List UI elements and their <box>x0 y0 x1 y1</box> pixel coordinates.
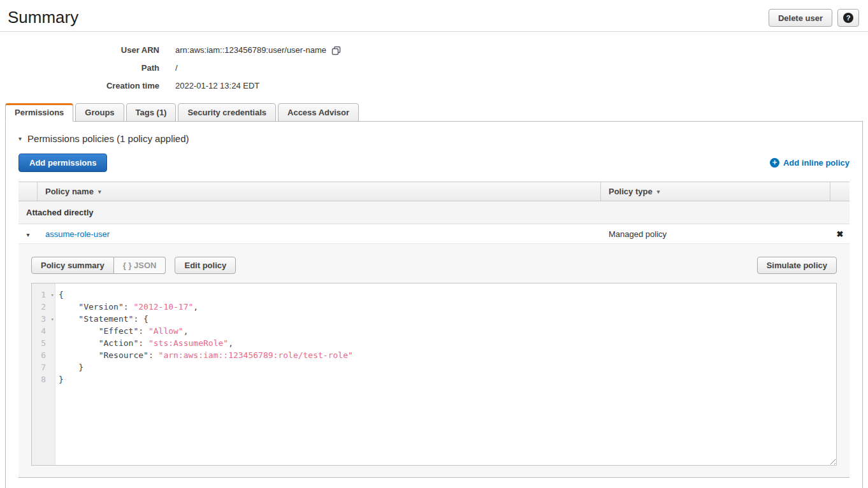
permissions-policies-section-header[interactable]: ▾ Permissions policies (1 policy applied… <box>18 133 850 144</box>
add-permissions-button[interactable]: Add permissions <box>18 154 107 172</box>
section-title: Permissions policies (1 policy applied) <box>27 133 189 144</box>
tab-permissions[interactable]: Permissions <box>5 103 73 122</box>
json-view-button[interactable]: { } JSON <box>114 257 166 274</box>
user-details: User ARN arn:aws:iam::123456789:user/use… <box>0 32 868 94</box>
policy-type-column-header[interactable]: Policy type ▾ <box>601 182 830 201</box>
code-line: "Version": "2012-10-17", <box>59 301 836 313</box>
policy-detail-toolbar: Policy summary { } JSON Edit policy Simu… <box>31 257 837 274</box>
policy-name-column-header[interactable]: Policy name ▾ <box>38 182 601 201</box>
code-line: "Effect": "Allow", <box>59 325 836 337</box>
path-value: / <box>175 63 178 73</box>
line-number: 1▾ <box>32 289 55 301</box>
policy-summary-button[interactable]: Policy summary <box>31 257 114 274</box>
code-line: { <box>59 289 836 301</box>
page-title: Summary <box>8 8 78 27</box>
plus-icon: + <box>770 158 779 168</box>
line-number: 8 <box>32 373 55 385</box>
add-inline-policy-link[interactable]: + Add inline policy <box>770 158 850 168</box>
user-arn-value-wrap: arn:aws:iam::123456789:user/user-name <box>175 45 341 55</box>
tab-tags[interactable]: Tags (1) <box>126 103 177 122</box>
tab-bar: Permissions Groups Tags (1) Security cre… <box>5 103 868 122</box>
detail-row-path: Path / <box>0 59 868 76</box>
policy-name-header-label: Policy name <box>45 187 94 196</box>
policy-type-header-label: Policy type <box>609 187 653 196</box>
policy-view-button-group: Policy summary { } JSON <box>31 257 166 274</box>
code-line: } <box>59 361 836 373</box>
remove-policy-button[interactable]: ✖ <box>830 229 850 239</box>
fold-caret-icon[interactable]: ▾ <box>51 313 54 326</box>
sort-caret-icon: ▾ <box>657 189 660 195</box>
user-arn-value: arn:aws:iam::123456789:user/user-name <box>175 45 326 55</box>
tab-access-advisor[interactable]: Access Advisor <box>278 103 359 122</box>
tab-groups[interactable]: Groups <box>75 103 124 122</box>
detail-row-user-arn: User ARN arn:aws:iam::123456789:user/use… <box>0 41 868 59</box>
fold-caret-icon[interactable]: ▾ <box>51 289 54 301</box>
line-number: 3▾ <box>32 313 55 325</box>
policy-type-cell: Managed policy <box>601 229 830 239</box>
code-line: "Resource": "arn:aws:iam::123456789:role… <box>59 349 836 361</box>
header-actions: Delete user ? <box>769 9 859 27</box>
user-arn-label: User ARN <box>0 45 159 55</box>
expander-column-header <box>18 182 38 201</box>
code-line: "Action": "sts:AssumeRole", <box>59 337 836 349</box>
code-line: } <box>59 373 836 385</box>
remove-column-header <box>830 182 850 201</box>
policy-name-link[interactable]: assume-role-user <box>45 229 110 239</box>
copy-icon[interactable] <box>331 46 341 55</box>
page-header: Summary Delete user ? <box>0 0 868 32</box>
permissions-tab-panel: ▾ Permissions policies (1 policy applied… <box>5 121 863 488</box>
delete-user-button[interactable]: Delete user <box>769 9 832 27</box>
line-number: 2 <box>32 301 55 313</box>
attached-directly-group-row: Attached directly <box>18 201 850 224</box>
help-icon: ? <box>843 13 853 23</box>
help-button[interactable]: ? <box>837 9 859 27</box>
line-number: 6 <box>32 349 55 361</box>
editor-code[interactable]: { "Version": "2012-10-17", "Statement": … <box>55 283 836 465</box>
sort-caret-icon: ▾ <box>98 189 101 195</box>
policy-name-cell: assume-role-user <box>38 229 601 239</box>
tab-security-credentials[interactable]: Security credentials <box>178 103 276 122</box>
policy-table-row: ▾ assume-role-user Managed policy ✖ <box>18 224 850 244</box>
add-inline-policy-label: Add inline policy <box>783 158 850 168</box>
line-number: 4 <box>32 325 55 337</box>
row-expander[interactable]: ▾ <box>18 229 38 239</box>
permissions-toolbar: Add permissions + Add inline policy <box>18 154 850 172</box>
path-label: Path <box>0 63 159 73</box>
json-policy-editor[interactable]: 1▾23▾45678 { "Version": "2012-10-17", "S… <box>31 283 837 466</box>
code-line: "Statement": { <box>59 313 836 325</box>
creation-time-label: Creation time <box>0 81 159 90</box>
simulate-policy-button[interactable]: Simulate policy <box>757 257 837 274</box>
table-header-row: Policy name ▾ Policy type ▾ <box>18 182 850 201</box>
policies-table: Policy name ▾ Policy type ▾ Attached dir… <box>18 182 850 478</box>
detail-row-creation-time: Creation time 2022-01-12 13:24 EDT <box>0 76 868 94</box>
section-collapse-caret-icon[interactable]: ▾ <box>18 135 22 142</box>
remove-icon: ✖ <box>837 229 844 239</box>
row-caret-icon: ▾ <box>26 231 29 238</box>
line-number: 5 <box>32 337 55 349</box>
edit-policy-button[interactable]: Edit policy <box>175 257 236 274</box>
line-number: 7 <box>32 361 55 373</box>
creation-time-value: 2022-01-12 13:24 EDT <box>175 81 259 90</box>
policy-detail-panel: Policy summary { } JSON Edit policy Simu… <box>18 244 850 478</box>
editor-gutter: 1▾23▾45678 <box>32 283 55 465</box>
